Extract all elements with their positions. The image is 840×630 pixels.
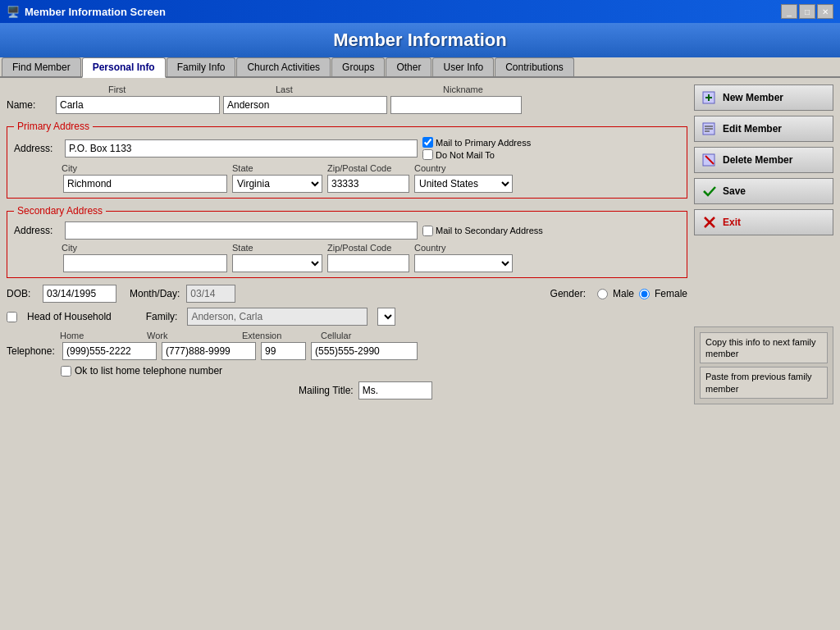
copy-to-next-button[interactable]: Copy this info to next family member [700, 332, 828, 364]
primary-country-group: Country United States Canada Other [414, 163, 513, 193]
last-name-label: Last [276, 84, 440, 94]
dob-input[interactable] [43, 285, 116, 303]
extension-input[interactable] [261, 342, 306, 360]
name-inputs: Name: [7, 96, 687, 114]
mailing-title-input[interactable] [358, 381, 432, 399]
save-label: Save [723, 185, 746, 197]
family-select[interactable] [377, 308, 395, 326]
secondary-state-select[interactable]: Virginia [232, 254, 322, 272]
primary-zip-group: Zip/Postal Code [327, 163, 409, 193]
tab-other[interactable]: Other [386, 57, 431, 76]
primary-zip-input[interactable] [327, 175, 409, 193]
secondary-country-group: Country United States [414, 243, 513, 272]
country-label: Country [414, 163, 513, 173]
family-input[interactable] [187, 308, 368, 326]
secondary-address-input[interactable] [65, 221, 418, 240]
copy-paste-box: Copy this info to next family member Pas… [694, 326, 833, 404]
name-section: First Last Nickname Name: [7, 84, 687, 114]
maximize-button[interactable]: □ [799, 4, 815, 19]
mail-to-secondary-label: Mail to Secondary Address [436, 226, 543, 235]
last-name-input[interactable] [223, 96, 387, 114]
sec-city-label: City [62, 243, 227, 253]
cellular-input[interactable] [311, 342, 418, 360]
primary-state-select[interactable]: Virginia Alabama California New York [232, 175, 322, 193]
dob-gender-row: DOB: Month/Day: Gender: Male Female [7, 285, 687, 303]
form-area: First Last Nickname Name: Primary Addres… [0, 78, 840, 411]
first-name-label: First [108, 84, 272, 94]
main-container: Member Information Find Member Personal … [0, 23, 840, 630]
head-of-household-checkbox[interactable] [7, 312, 17, 322]
nickname-label: Nickname [443, 84, 483, 94]
edit-member-button[interactable]: Edit Member [694, 116, 833, 142]
edit-member-label: Edit Member [723, 123, 782, 135]
exit-button[interactable]: Exit [694, 209, 833, 235]
tab-groups[interactable]: Groups [331, 57, 385, 76]
primary-city-input[interactable] [63, 175, 227, 193]
delete-member-icon [701, 152, 718, 168]
do-not-mail-checkbox[interactable] [422, 149, 433, 160]
save-button[interactable]: Save [694, 178, 833, 204]
gender-female-radio[interactable] [639, 289, 650, 299]
new-member-button[interactable]: New Member [694, 84, 833, 111]
edit-member-icon [701, 121, 718, 137]
secondary-address-row: Address: Mail to Secondary Address [14, 221, 680, 240]
head-of-household-label: Head of Household [27, 311, 112, 322]
sec-country-label: Country [414, 243, 513, 253]
extension-label: Extension [242, 331, 316, 340]
secondary-city-input[interactable] [63, 254, 227, 272]
month-day-input[interactable] [186, 285, 235, 303]
first-name-input[interactable] [56, 96, 220, 114]
primary-address-input[interactable] [65, 139, 418, 158]
title-bar-controls[interactable]: _ □ ✕ [781, 4, 833, 19]
gender-group: Male Female [597, 288, 687, 299]
address-label: Address: [14, 143, 60, 154]
secondary-city-state-row: City State Virginia Z [14, 243, 680, 272]
do-not-mail-row: Do Not Mail To [422, 149, 531, 160]
do-not-mail-label: Do Not Mail To [436, 150, 495, 160]
tab-bar: Find Member Personal Info Family Info Ch… [0, 57, 840, 78]
gender-male-label: Male [613, 288, 634, 299]
secondary-address-legend: Secondary Address [14, 205, 106, 217]
primary-state-group: State Virginia Alabama California New Yo… [232, 163, 322, 193]
secondary-country-select[interactable]: United States [414, 254, 513, 272]
tab-family-info[interactable]: Family Info [167, 57, 236, 76]
tab-contributions[interactable]: Contributions [495, 57, 574, 76]
gender-male-radio[interactable] [597, 289, 608, 299]
state-label: State [232, 163, 322, 173]
month-day-label: Month/Day: [130, 288, 180, 299]
sec-mail-checkboxes: Mail to Secondary Address [422, 226, 543, 236]
minimize-button[interactable]: _ [781, 4, 797, 19]
first-label [56, 84, 105, 94]
mailing-title-label: Mailing Title: [299, 385, 354, 396]
tab-user-info[interactable]: User Info [432, 57, 494, 76]
primary-city-state-row: City State Virginia Alabama California N… [14, 163, 680, 193]
secondary-zip-group: Zip/Postal Code [327, 243, 409, 272]
primary-country-select[interactable]: United States Canada Other [414, 175, 513, 193]
telephone-label: Telephone: [7, 345, 57, 357]
ok-to-list-label: Ok to list home telephone number [75, 365, 222, 377]
work-phone-input[interactable] [162, 342, 256, 360]
name-labels: First Last Nickname [56, 84, 687, 94]
title-bar: 🖥️ Member Information Screen _ □ ✕ [0, 0, 840, 23]
mail-checkboxes: Mail to Primary Address Do Not Mail To [422, 137, 531, 160]
save-icon [701, 183, 718, 199]
mail-to-primary-label: Mail to Primary Address [436, 138, 531, 148]
new-member-label: New Member [723, 92, 783, 103]
telephone-labels: Home Work Extension Cellular [60, 331, 687, 340]
close-button[interactable]: ✕ [817, 4, 833, 19]
mail-to-primary-checkbox[interactable] [422, 137, 433, 148]
tab-personal-info[interactable]: Personal Info [82, 57, 166, 78]
mail-to-secondary-checkbox[interactable] [422, 226, 433, 236]
city-label: City [62, 163, 227, 173]
tab-find-member[interactable]: Find Member [2, 57, 81, 76]
home-phone-input[interactable] [62, 342, 157, 360]
paste-from-previous-button[interactable]: Paste from previous family member [700, 367, 828, 399]
ok-to-list-checkbox[interactable] [61, 366, 71, 377]
tab-church-activities[interactable]: Church Activities [236, 57, 331, 76]
page-header: Member Information [0, 23, 840, 57]
secondary-zip-input[interactable] [327, 254, 409, 272]
family-label: Family: [146, 311, 178, 322]
nickname-input[interactable] [390, 96, 522, 114]
delete-member-button[interactable]: Delete Member [694, 147, 833, 173]
secondary-state-group: State Virginia [232, 243, 322, 272]
